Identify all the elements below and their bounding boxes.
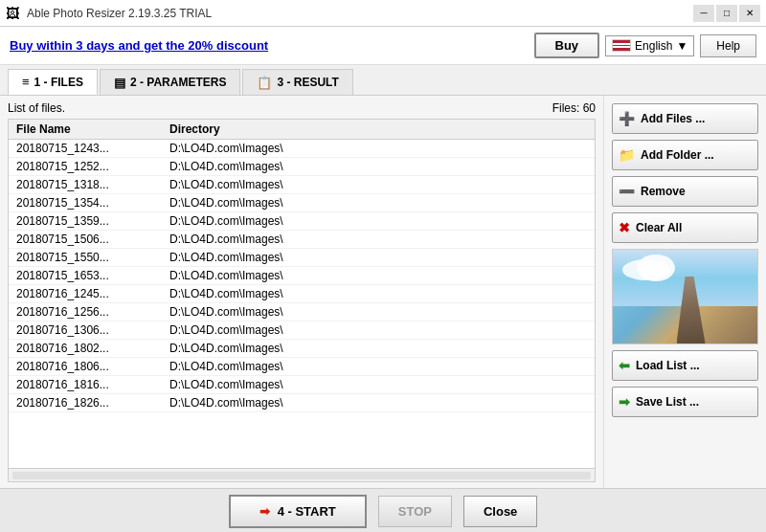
row-directory: D:\LO4D.com\Images\ xyxy=(162,251,595,264)
save-list-icon: ➡ xyxy=(619,394,630,410)
row-filename: 20180716_1256... xyxy=(9,305,162,319)
load-list-label: Load List ... xyxy=(636,359,700,372)
table-row[interactable]: 20180715_1354... D:\LO4D.com\Images\ xyxy=(9,194,595,212)
tab-files[interactable]: ≡ 1 - FILES xyxy=(8,69,98,95)
title-bar-left: 🖼 Able Photo Resizer 2.19.3.25 TRIAL xyxy=(6,6,212,21)
close-label: Close xyxy=(484,504,517,519)
files-tab-icon: ≡ xyxy=(22,75,30,89)
table-row[interactable]: 20180715_1252... D:\LO4D.com\Images\ xyxy=(9,158,595,176)
table-row[interactable]: 20180715_1506... D:\LO4D.com\Images\ xyxy=(9,231,595,249)
row-filename: 20180716_1816... xyxy=(9,378,162,391)
add-files-button[interactable]: ➕ Add Files ... xyxy=(612,103,758,134)
result-tab-icon: 📋 xyxy=(257,76,272,90)
row-filename: 20180715_1653... xyxy=(9,269,162,282)
load-list-button[interactable]: ⬅ Load List ... xyxy=(612,350,758,381)
clear-all-icon: ✖ xyxy=(619,220,630,235)
file-table-header: File Name Directory xyxy=(9,120,595,140)
remove-icon: ➖ xyxy=(619,184,635,199)
title-bar: 🖼 Able Photo Resizer 2.19.3.25 TRIAL ─ □… xyxy=(0,0,766,27)
row-filename: 20180716_1826... xyxy=(9,396,162,410)
scroll-track xyxy=(12,472,591,479)
row-filename: 20180715_1359... xyxy=(9,214,162,228)
window-controls: ─ □ ✕ xyxy=(693,5,760,22)
row-filename: 20180715_1243... xyxy=(9,142,162,155)
file-panel-header: List of files. Files: 60 xyxy=(8,101,596,115)
thumb-cloud2 xyxy=(637,255,675,281)
add-folder-label: Add Folder ... xyxy=(641,148,714,162)
header-row: Buy within 3 days and get the 20% discou… xyxy=(0,27,766,65)
add-folder-icon: 📁 xyxy=(619,147,635,163)
row-directory: D:\LO4D.com\Images\ xyxy=(162,305,595,319)
table-row[interactable]: 20180715_1653... D:\LO4D.com\Images\ xyxy=(9,267,595,285)
header-right: Buy English ▼ Help xyxy=(534,33,757,58)
row-filename: 20180715_1252... xyxy=(9,160,162,173)
row-filename: 20180715_1550... xyxy=(9,251,162,264)
row-filename: 20180716_1802... xyxy=(9,342,162,355)
load-list-icon: ⬅ xyxy=(619,358,630,373)
language-selector[interactable]: English ▼ xyxy=(605,35,694,56)
table-row[interactable]: 20180716_1816... D:\LO4D.com\Images\ xyxy=(9,376,595,394)
tab-result[interactable]: 📋 3 - RESULT xyxy=(242,69,352,95)
row-directory: D:\LO4D.com\Images\ xyxy=(162,142,595,155)
minimize-button[interactable]: ─ xyxy=(693,5,714,22)
row-filename: 20180715_1318... xyxy=(9,178,162,191)
col-header-directory: Directory xyxy=(162,122,595,136)
language-label: English xyxy=(635,39,672,53)
table-row[interactable]: 20180715_1359... D:\LO4D.com\Images\ xyxy=(9,212,595,231)
stop-label: STOP xyxy=(398,504,432,519)
row-filename: 20180715_1506... xyxy=(9,233,162,246)
row-filename: 20180716_1245... xyxy=(9,287,162,300)
row-directory: D:\LO4D.com\Images\ xyxy=(162,360,595,373)
remove-button[interactable]: ➖ Remove xyxy=(612,176,758,207)
thumbnail-preview xyxy=(612,249,758,344)
table-row[interactable]: 20180716_1256... D:\LO4D.com\Images\ xyxy=(9,303,595,321)
discount-link[interactable]: Buy within 3 days and get the 20% discou… xyxy=(10,38,268,53)
app-title: Able Photo Resizer 2.19.3.25 TRIAL xyxy=(27,7,212,20)
start-button[interactable]: ➡ 4 - START xyxy=(229,495,367,528)
start-icon: ➡ xyxy=(259,504,270,519)
row-directory: D:\LO4D.com\Images\ xyxy=(162,233,595,246)
table-row[interactable]: 20180715_1318... D:\LO4D.com\Images\ xyxy=(9,176,595,194)
table-row[interactable]: 20180715_1550... D:\LO4D.com\Images\ xyxy=(9,249,595,267)
parameters-tab-icon: ▤ xyxy=(114,76,125,90)
add-folder-button[interactable]: 📁 Add Folder ... xyxy=(612,140,758,170)
close-bottom-button[interactable]: Close xyxy=(463,496,537,527)
table-row[interactable]: 20180715_1243... D:\LO4D.com\Images\ xyxy=(9,140,595,158)
row-directory: D:\LO4D.com\Images\ xyxy=(162,287,595,300)
buy-button[interactable]: Buy xyxy=(534,33,600,58)
table-row[interactable]: 20180716_1306... D:\LO4D.com\Images\ xyxy=(9,321,595,340)
tab-parameters[interactable]: ▤ 2 - PARAMETERS xyxy=(100,69,240,95)
row-directory: D:\LO4D.com\Images\ xyxy=(162,342,595,355)
horizontal-scrollbar[interactable] xyxy=(9,468,595,481)
clear-all-button[interactable]: ✖ Clear All xyxy=(612,212,758,243)
clear-all-label: Clear All xyxy=(636,221,682,234)
file-table-body[interactable]: 20180715_1243... D:\LO4D.com\Images\ 201… xyxy=(9,140,595,468)
files-count: Files: 60 xyxy=(552,101,596,115)
table-row[interactable]: 20180716_1245... D:\LO4D.com\Images\ xyxy=(9,285,595,303)
start-label: 4 - START xyxy=(278,504,336,519)
app-icon: 🖼 xyxy=(6,6,21,21)
help-button[interactable]: Help xyxy=(700,34,756,57)
row-filename: 20180716_1306... xyxy=(9,323,162,337)
row-directory: D:\LO4D.com\Images\ xyxy=(162,178,595,191)
table-row[interactable]: 20180716_1826... D:\LO4D.com\Images\ xyxy=(9,394,595,412)
chevron-down-icon: ▼ xyxy=(676,39,687,53)
tab-parameters-label: 2 - PARAMETERS xyxy=(130,76,226,89)
save-list-button[interactable]: ➡ Save List ... xyxy=(612,387,758,417)
close-button[interactable]: ✕ xyxy=(739,5,760,22)
row-directory: D:\LO4D.com\Images\ xyxy=(162,323,595,337)
file-panel: List of files. Files: 60 File Name Direc… xyxy=(0,96,603,488)
stop-button[interactable]: STOP xyxy=(378,496,452,527)
row-filename: 20180715_1354... xyxy=(9,196,162,210)
table-row[interactable]: 20180716_1806... D:\LO4D.com\Images\ xyxy=(9,358,595,376)
bottom-bar: ➡ 4 - START STOP Close xyxy=(0,488,766,532)
row-directory: D:\LO4D.com\Images\ xyxy=(162,378,595,391)
list-label: List of files. xyxy=(8,101,65,115)
table-row[interactable]: 20180716_1802... D:\LO4D.com\Images\ xyxy=(9,340,595,358)
row-directory: D:\LO4D.com\Images\ xyxy=(162,196,595,210)
right-panel: ➕ Add Files ... 📁 Add Folder ... ➖ Remov… xyxy=(603,96,766,488)
save-list-label: Save List ... xyxy=(636,395,699,409)
file-table: File Name Directory 20180715_1243... D:\… xyxy=(8,119,596,482)
add-files-icon: ➕ xyxy=(619,111,635,126)
maximize-button[interactable]: □ xyxy=(716,5,737,22)
